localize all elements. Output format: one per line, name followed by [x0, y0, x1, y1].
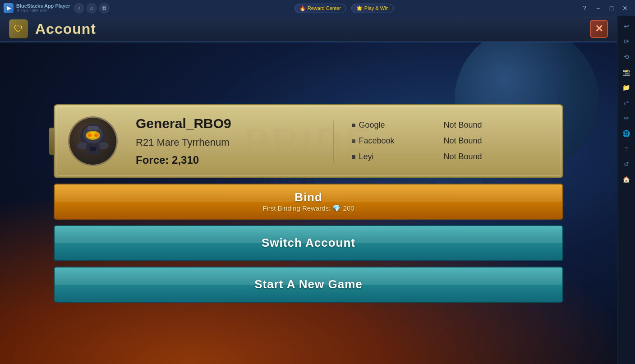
app-name: BlueStacks App Player: [16, 3, 70, 9]
fire-icon: 🔥: [299, 5, 306, 11]
account-server: R21 Mare Tyrrhenum: [136, 137, 333, 148]
play-win-label: Play & Win: [364, 5, 389, 11]
play-win-button[interactable]: 🌟 Play & Win: [351, 4, 394, 13]
binding-name-google: Google: [359, 120, 413, 130]
home-button[interactable]: ⌂: [86, 3, 97, 14]
binding-row-leyi: Leyi Not Bound: [352, 152, 549, 161]
binding-status-google: Not Bound: [444, 120, 482, 130]
sidebar-icon-1[interactable]: ↩: [620, 20, 633, 32]
maximize-button[interactable]: □: [605, 2, 618, 14]
bind-reward-text: First Binding Rewards: 💎 200: [262, 204, 354, 212]
reward-center-button[interactable]: 🔥 Reward Center: [294, 4, 346, 13]
account-info: General_RBO9 R21 Mare Tyrrhenum Force: 2…: [136, 116, 333, 166]
sidebar-icon-7[interactable]: ✏: [620, 112, 633, 124]
svg-point-5: [88, 134, 92, 137]
start-new-game-button[interactable]: Start A New Game: [54, 267, 563, 303]
multi-button[interactable]: ⧉: [99, 3, 110, 14]
binding-name-facebook: Facebook: [359, 136, 413, 146]
svg-rect-10: [90, 147, 96, 151]
bluestacks-logo-icon: ▶: [4, 3, 14, 13]
svg-point-6: [94, 134, 98, 137]
sidebar-icon-4[interactable]: 📸: [620, 66, 633, 78]
titlebar-center: 🔥 Reward Center 🌟 Play & Win: [110, 4, 578, 13]
force-label: Force:: [136, 154, 169, 166]
reward-center-label: Reward Center: [308, 5, 341, 11]
binding-dot: [352, 139, 355, 143]
binding-status-leyi: Not Bound: [444, 152, 482, 161]
account-icon: 🛡: [9, 19, 28, 38]
titlebar-controls: ? − □ ✕: [578, 2, 635, 14]
titlebar: ▶ BlueStacks App Player 5.10.0.1058 N32 …: [0, 0, 635, 16]
minimize-button[interactable]: −: [592, 2, 604, 14]
bind-button[interactable]: Bind First Binding Rewards: 💎 200: [54, 184, 563, 220]
back-button[interactable]: ‹: [74, 3, 84, 14]
card-left-handle: [49, 128, 55, 155]
right-sidebar: ↩ ⟳ ⟲ 📸 📁 ⇄ ✏ 🌐 ≡ ↺ 🏠: [617, 16, 635, 364]
svg-rect-2: [87, 126, 98, 130]
main-content: PRIDE: [0, 42, 617, 364]
avatar-image: [69, 118, 116, 165]
close-button[interactable]: ✕: [619, 2, 631, 14]
sidebar-icon-2[interactable]: ⟳: [620, 35, 633, 48]
account-header-title: Account: [35, 21, 96, 37]
force-value: 2,310: [172, 154, 199, 166]
avatar: [68, 116, 118, 166]
titlebar-logo: ▶ BlueStacks App Player 5.10.0.1058 N32: [0, 3, 74, 13]
switch-account-button[interactable]: Switch Account: [54, 225, 563, 261]
switch-account-label: Switch Account: [262, 236, 355, 250]
binding-name-leyi: Leyi: [359, 152, 413, 161]
binding-status-facebook: Not Bound: [444, 136, 482, 146]
app-version: 5.10.0.1058 N32: [17, 9, 70, 13]
sidebar-icon-5[interactable]: 📁: [620, 81, 633, 94]
binding-row-google: Google Not Bound: [352, 120, 549, 130]
titlebar-nav: ‹ ⌂ ⧉: [74, 3, 110, 14]
bind-label: Bind: [294, 190, 322, 204]
account-force: Force: 2,310: [136, 154, 333, 166]
sidebar-icon-3[interactable]: ⟲: [620, 51, 633, 63]
start-new-game-label: Start A New Game: [254, 277, 362, 291]
bindings-section: Google Not Bound Facebook Not Bound Leyi…: [333, 120, 549, 161]
sidebar-icon-9[interactable]: ≡: [620, 143, 633, 155]
account-card: PRIDE: [54, 104, 563, 178]
sidebar-icon-8[interactable]: 🌐: [620, 127, 633, 140]
account-header: 🛡 Account ✕: [0, 16, 617, 42]
binding-dot: [352, 155, 355, 159]
sidebar-icon-10[interactable]: ↺: [620, 158, 633, 170]
binding-row-facebook: Facebook Not Bound: [352, 136, 549, 146]
avatar-svg: [73, 121, 113, 161]
sidebar-icon-6[interactable]: ⇄: [620, 97, 633, 109]
help-button[interactable]: ?: [578, 2, 591, 14]
dialog-container: PRIDE: [54, 104, 563, 303]
star-icon: 🌟: [356, 5, 363, 11]
dialog-close-button[interactable]: ✕: [590, 20, 608, 38]
account-username: General_RBO9: [136, 116, 333, 131]
sidebar-icon-11[interactable]: 🏠: [620, 173, 633, 186]
binding-dot: [352, 124, 355, 127]
